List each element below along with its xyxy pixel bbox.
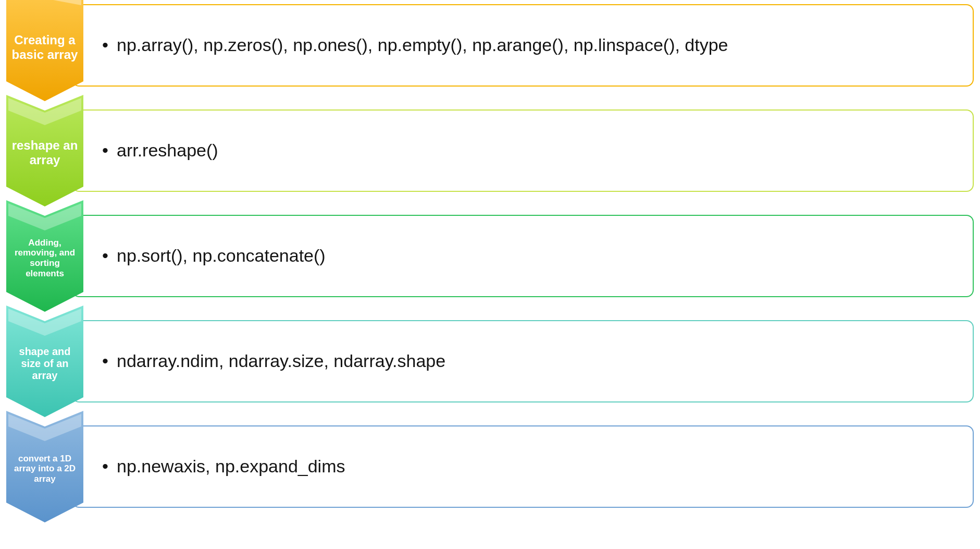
content-text: ndarray.ndim, ndarray.size, ndarray.shap…: [102, 349, 445, 373]
content-box: np.sort(), np.concatenate(): [72, 215, 974, 297]
content-text: arr.reshape(): [102, 139, 218, 163]
diagram-row: reshape an array arr.reshape(): [6, 109, 974, 192]
chevron-label: Creating a basic array: [11, 33, 78, 62]
diagram-row: convert a 1D array into a 2D array np.ne…: [6, 425, 974, 508]
smartart-vertical-chevron-list: Creating a basic array np.array(), np.ze…: [6, 4, 974, 508]
chevron-label: reshape an array: [11, 138, 78, 167]
content-box: ndarray.ndim, ndarray.size, ndarray.shap…: [72, 320, 974, 402]
content-box: np.newaxis, np.expand_dims: [72, 425, 974, 508]
diagram-row: Adding, removing, and sorting elements n…: [6, 215, 974, 297]
chevron-shape: shape and size of an array: [6, 320, 83, 402]
content-box: arr.reshape(): [72, 109, 974, 192]
chevron-shape: Adding, removing, and sorting elements: [6, 215, 83, 297]
chevron-shape: convert a 1D array into a 2D array: [6, 425, 83, 508]
diagram-row: Creating a basic array np.array(), np.ze…: [6, 4, 974, 87]
chevron-shape: Creating a basic array: [6, 4, 83, 87]
content-text: np.sort(), np.concatenate(): [102, 244, 326, 268]
chevron-label: shape and size of an array: [11, 346, 78, 382]
content-box: np.array(), np.zeros(), np.ones(), np.em…: [72, 4, 974, 87]
chevron-label: Adding, removing, and sorting elements: [11, 238, 78, 278]
chevron-label: convert a 1D array into a 2D array: [11, 454, 78, 484]
chevron-shape: reshape an array: [6, 109, 83, 192]
content-text: np.newaxis, np.expand_dims: [102, 455, 345, 479]
diagram-row: shape and size of an array ndarray.ndim,…: [6, 320, 974, 402]
content-text: np.array(), np.zeros(), np.ones(), np.em…: [102, 33, 728, 57]
